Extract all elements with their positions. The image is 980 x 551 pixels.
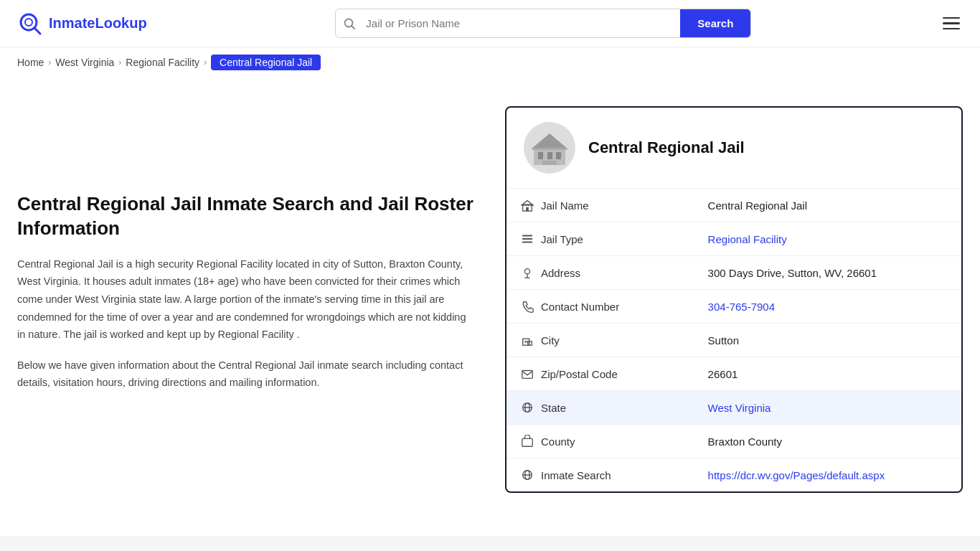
list-icon: [521, 232, 534, 245]
hamburger-menu[interactable]: [940, 14, 963, 33]
breadcrumb: Home › West Virginia › Regional Facility…: [0, 47, 980, 77]
hamburger-line-3: [943, 28, 960, 30]
breadcrumb-current: Central Regional Jail: [211, 55, 321, 70]
page-title: Central Regional Jail Inmate Search and …: [17, 192, 476, 241]
right-column: Central Regional Jail Jail NameCentral R…: [505, 106, 963, 493]
jail-building-icon: [528, 126, 571, 169]
value-city: Sutton: [694, 324, 961, 357]
jail-card-title: Central Regional Jail: [588, 138, 745, 157]
phone-icon: [521, 300, 534, 313]
jail-card: Central Regional Jail Jail NameCentral R…: [505, 106, 963, 493]
svg-point-18: [524, 269, 529, 274]
label-county: County: [507, 425, 650, 458]
globe2-icon: [521, 468, 534, 481]
avatar: [524, 122, 575, 174]
svg-rect-8: [556, 152, 561, 159]
table-row: CountyBraxton County: [507, 425, 961, 458]
link-inmate-search[interactable]: https://dcr.wv.gov/Pages/default.aspx: [708, 469, 885, 481]
svg-rect-10: [542, 161, 557, 165]
svg-rect-15: [522, 235, 532, 237]
svg-marker-9: [531, 133, 568, 149]
svg-rect-24: [522, 371, 532, 379]
search-icon: [336, 17, 363, 30]
svg-point-2: [25, 19, 32, 26]
site-logo[interactable]: InmateLookup: [17, 11, 147, 37]
svg-line-4: [352, 26, 355, 29]
svg-rect-21: [528, 342, 532, 345]
table-row: StateWest Virginia: [507, 391, 961, 425]
link-jail-type[interactable]: Regional Facility: [708, 233, 787, 245]
svg-rect-23: [527, 341, 528, 343]
logo-text: InmateLookup: [49, 15, 147, 32]
table-row: Inmate Searchhttps://dcr.wv.gov/Pages/de…: [507, 458, 961, 492]
label-contact-number: Contact Number: [507, 290, 650, 323]
table-row: Jail TypeRegional Facility: [507, 222, 961, 256]
chevron-icon-1: ›: [48, 57, 51, 67]
svg-line-1: [34, 28, 40, 34]
mail-icon: [521, 367, 534, 380]
value-contact-number[interactable]: 304-765-7904: [694, 290, 961, 324]
svg-rect-17: [522, 242, 532, 243]
globe-icon: [521, 401, 534, 414]
value-inmate-search[interactable]: https://dcr.wv.gov/Pages/default.aspx: [694, 458, 961, 492]
table-row: CitySutton: [507, 324, 961, 357]
table-row: Address300 Days Drive, Sutton, WV, 26601: [507, 256, 961, 290]
link-state[interactable]: West Virginia: [708, 402, 771, 414]
jail-icon: [521, 199, 534, 212]
hamburger-line-2: [943, 22, 960, 24]
page-description-2: Below we have given information about th…: [17, 357, 476, 392]
chevron-icon-3: ›: [204, 57, 207, 67]
svg-rect-28: [522, 438, 532, 446]
breadcrumb-home[interactable]: Home: [17, 57, 44, 68]
search-input[interactable]: [363, 10, 680, 37]
value-address: 300 Days Drive, Sutton, WV, 26601: [694, 256, 961, 290]
svg-rect-7: [547, 152, 552, 159]
search-bar: Search: [335, 9, 751, 38]
jail-card-header: Central Regional Jail: [507, 108, 961, 189]
info-table: Jail NameCentral Regional Jail Jail Type…: [507, 189, 961, 491]
svg-rect-11: [532, 148, 567, 150]
main-content: Central Regional Jail Inmate Search and …: [0, 77, 980, 522]
label-city: City: [507, 324, 650, 357]
table-row: Zip/Postal Code26601: [507, 357, 961, 391]
label-address: Address: [507, 256, 650, 289]
table-row: Contact Number304-765-7904: [507, 290, 961, 324]
site-header: InmateLookup Search: [0, 0, 980, 47]
svg-point-3: [345, 19, 353, 27]
county-icon: [521, 435, 534, 448]
logo-icon: [17, 11, 43, 37]
hamburger-line-1: [943, 17, 960, 19]
city-icon: [521, 334, 534, 347]
svg-rect-22: [524, 341, 526, 343]
chevron-icon-2: ›: [118, 57, 121, 67]
breadcrumb-state[interactable]: West Virginia: [55, 57, 114, 68]
label-zip/postal-code: Zip/Postal Code: [507, 357, 650, 390]
page-description-1: Central Regional Jail is a high security…: [17, 255, 476, 344]
value-state[interactable]: West Virginia: [694, 391, 961, 425]
label-jail-type: Jail Type: [507, 222, 650, 255]
table-row: Jail NameCentral Regional Jail: [507, 189, 961, 222]
footer-bar: [0, 536, 980, 551]
search-button[interactable]: Search: [680, 9, 750, 37]
left-column: Central Regional Jail Inmate Search and …: [17, 106, 476, 493]
value-county: Braxton County: [694, 425, 961, 458]
svg-rect-6: [538, 152, 543, 159]
value-jail-name: Central Regional Jail: [694, 189, 961, 222]
label-jail-name: Jail Name: [507, 189, 650, 222]
breadcrumb-facility-type[interactable]: Regional Facility: [126, 57, 199, 68]
svg-rect-16: [522, 238, 532, 240]
value-jail-type[interactable]: Regional Facility: [694, 222, 961, 256]
label-inmate-search: Inmate Search: [507, 458, 650, 491]
svg-rect-14: [526, 207, 529, 211]
value-zip/postal-code: 26601: [694, 357, 961, 391]
label-state: State: [507, 391, 650, 424]
pin-icon: [521, 266, 534, 279]
link-contact-number[interactable]: 304-765-7904: [708, 301, 775, 313]
